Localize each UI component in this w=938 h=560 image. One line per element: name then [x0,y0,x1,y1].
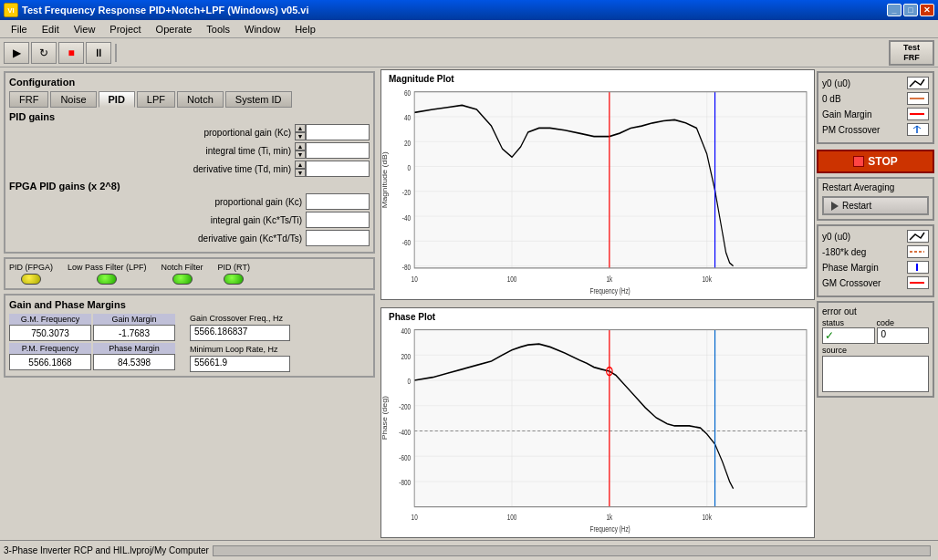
magnitude-plot-svg: 60 40 20 0 -20 -40 -60 -80 10 100 1k 10k… [381,87,814,299]
restart-section: Restart Averaging Restart [817,177,934,221]
notch-label: Notch Filter [162,263,203,272]
gain-margin-side-label: Gain Margin [822,109,871,119]
pid-rt-led [224,274,244,285]
svg-rect-0 [414,92,807,268]
fpga-kc-group: proportional gain (Kc) 256 [9,193,370,210]
tab-noise[interactable]: Noise [50,91,96,108]
svg-rect-31 [414,330,807,507]
y0-label-top: y0 (u0) [822,78,850,88]
tab-frf[interactable]: FRF [9,91,48,108]
minus180-label: -180*k deg [822,247,866,257]
source-box [822,356,929,392]
error-grid: status ✓ code 0 [822,318,929,344]
horizontal-scrollbar[interactable] [213,545,931,556]
pm-freq-value: 5566.1868 [9,354,91,370]
margins-title: Gain and Phase Margins [9,299,370,310]
svg-text:10: 10 [412,513,418,522]
restart-button[interactable]: Restart [822,196,929,215]
lpf-label: Low Pass Filter (LPF) [68,263,147,272]
pm-crossover-row: PM Crossover [822,123,929,136]
phase-side-panel: y0 (u0) -180*k deg Phase Margin [817,224,934,297]
svg-text:Frequency (Hz): Frequency (Hz) [590,286,631,296]
gm-crossover-icon [907,276,929,289]
gm-freq-label: G.M. Frequency [9,314,91,325]
svg-text:-60: -60 [402,238,412,247]
svg-text:60: 60 [404,88,412,98]
svg-text:400: 400 [401,327,411,336]
menu-project[interactable]: Project [102,22,148,36]
prop-gain-spinner[interactable]: ▲ ▼ [295,124,306,140]
pm-crossover-icon [907,123,929,136]
window-title: Test Frequency Response PID+Notch+LPF (W… [22,5,887,16]
fpga-td-input[interactable]: 30720 [306,230,370,246]
all-plots: Magnitude Plot [379,67,815,540]
y0-icon-bottom [907,230,929,243]
maximize-button[interactable]: □ [903,4,918,16]
fpga-td-group: derivative gain (Kc*Td/Ts) 30720 [9,230,370,246]
menu-tools[interactable]: Tools [199,22,237,36]
svg-text:Magnitude (dB): Magnitude (dB) [382,151,389,208]
int-time-spinner[interactable]: ▲ ▼ [295,142,306,159]
tab-pid[interactable]: PID [99,91,135,108]
deriv-time-label: derivative time (Td, min) [9,164,295,174]
pm-freq-cell: P.M. Frequency 5566.1868 [9,343,91,370]
phase-margin-row: Phase Margin [822,261,929,274]
phase-margin-label: Phase Margin [93,343,175,354]
stop-button[interactable]: STOP [817,150,934,173]
int-time-input[interactable]: 2E-6 [306,142,370,159]
svg-text:-400: -400 [399,428,411,437]
fpga-kc-input[interactable]: 256 [306,193,370,210]
menu-edit[interactable]: Edit [35,22,67,36]
fpga-ti-group: integral gain (Kc*Ts/Ti) 107 [9,212,370,228]
pid-fpga-led [21,274,41,285]
int-time-group: integral time (Ti, min) ▲ ▼ 2E-6 [9,142,370,159]
tab-system-id[interactable]: System ID [225,91,292,108]
svg-text:100: 100 [507,275,517,284]
deriv-time-down[interactable]: ▼ [295,169,306,177]
help-button[interactable]: TestFRF [889,40,934,66]
y0-row-bottom: y0 (u0) [822,230,929,243]
minimize-button[interactable]: _ [887,4,902,16]
code-value: 0 [877,327,930,344]
gain-crossover-value: 5566.186837 [190,325,290,341]
menu-window[interactable]: Window [237,22,287,36]
int-time-down[interactable]: ▼ [295,150,306,159]
tab-notch[interactable]: Notch [177,91,224,108]
gain-margin-row: Gain Margin [822,108,929,120]
prop-gain-down[interactable]: ▼ [295,132,306,140]
stop-toolbar-button[interactable]: ■ [58,42,84,64]
phase-margin-value: 84.5398 [93,354,175,370]
svg-text:-800: -800 [399,478,411,487]
menu-view[interactable]: View [67,22,103,36]
menu-file[interactable]: File [4,22,35,36]
prop-gain-up[interactable]: ▲ [295,124,306,132]
fpga-ti-label: integral gain (Kc*Ts/Ti) [9,215,306,225]
svg-text:-40: -40 [402,213,412,223]
left-panel: Configuration FRF Noise PID LPF Notch Sy… [0,67,379,540]
phase-plot-container: Phase Plot [380,307,815,538]
gain-margin-cell: Gain Margin -1.7683 [93,314,175,341]
gm-freq-cell: G.M. Frequency 750.3073 [9,314,91,341]
run-continuously-button[interactable]: ↻ [31,42,57,64]
pid-rt-label: PID (RT) [218,263,250,272]
deriv-time-spinner[interactable]: ▲ ▼ [295,161,306,177]
menu-operate[interactable]: Operate [149,22,200,36]
deriv-time-input[interactable]: 0.0001 [306,161,370,177]
deriv-time-group: derivative time (Td, min) ▲ ▼ 0.0001 [9,161,370,177]
tab-lpf[interactable]: LPF [137,91,175,108]
int-time-up[interactable]: ▲ [295,142,306,150]
fpga-title: FPGA PID gains (x 2^8) [9,181,370,192]
controls-row: PID (FPGA) Low Pass Filter (LPF) Notch F… [4,257,375,290]
run-button[interactable]: ▶ [4,42,29,64]
pause-button[interactable]: ⏸ [86,42,111,64]
restart-title: Restart Averaging [822,182,929,192]
fpga-ti-input[interactable]: 107 [306,212,370,228]
menu-help[interactable]: Help [287,22,323,36]
app-icon: VI [4,3,18,17]
play-icon [831,202,839,211]
deriv-time-up[interactable]: ▲ [295,161,306,169]
int-time-label: integral time (Ti, min) [9,146,295,156]
close-button[interactable]: ✕ [920,4,934,16]
prop-gain-input[interactable]: 1 [306,124,370,140]
pid-fpga-label: PID (FPGA) [9,263,53,272]
